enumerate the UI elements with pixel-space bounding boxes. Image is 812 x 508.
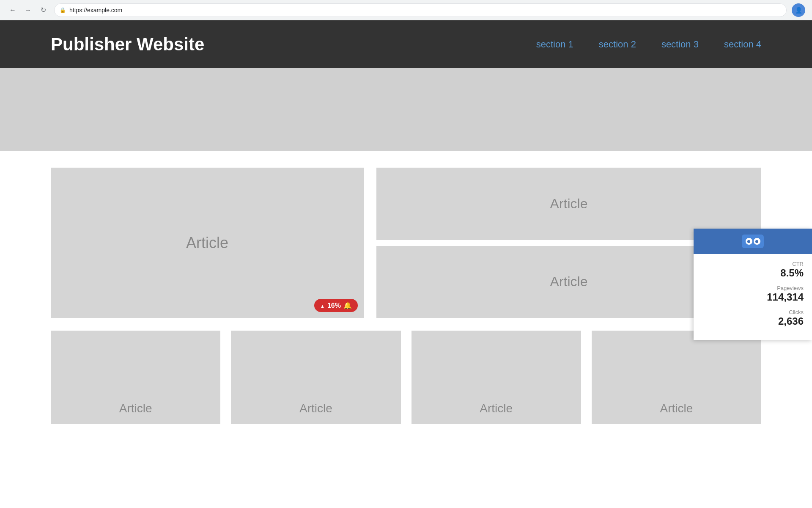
main-content: Article 16% 🔔 Article 16% 🔔 Article xyxy=(0,151,812,441)
hero-banner xyxy=(0,68,812,151)
article-bottom-right-label: Article xyxy=(550,274,588,290)
profile-avatar[interactable]: 👤 xyxy=(792,3,805,17)
article-bottom-4[interactable]: Article xyxy=(592,331,761,424)
oo-inner-left xyxy=(747,240,750,243)
article-bottom-4-label: Article xyxy=(660,402,693,415)
widget-header xyxy=(694,229,812,254)
article-top-right-label: Article xyxy=(550,196,588,212)
pageviews-label: Pageviews xyxy=(702,285,804,291)
bell-icon: 🔔 xyxy=(343,301,352,309)
pageviews-metric: Pageviews 114,314 xyxy=(702,285,804,303)
oo-circle-left xyxy=(746,238,752,245)
forward-button[interactable]: → xyxy=(22,4,34,16)
profile-icon-symbol: 👤 xyxy=(795,7,802,14)
browser-chrome: ← → ↻ 🔒 https://example.com 👤 xyxy=(0,0,812,20)
article-bottom-2-label: Article xyxy=(299,402,332,415)
ctr-label: CTR xyxy=(702,261,804,267)
clicks-metric: Clicks 2,636 xyxy=(702,309,804,327)
oo-circle-right xyxy=(754,238,760,245)
article-large-badge: 16% 🔔 xyxy=(314,299,358,312)
nav-section1[interactable]: section 1 xyxy=(536,39,573,50)
article-grid-bottom: Article Article Article Article xyxy=(51,331,761,424)
nav-section2[interactable]: section 2 xyxy=(599,39,636,50)
back-button[interactable]: ← xyxy=(7,4,19,16)
pageviews-value: 114,314 xyxy=(702,291,804,303)
analytics-widget: CTR 8.5% Pageviews 114,314 Clicks 2,636 xyxy=(694,229,812,340)
url-text: https://example.com xyxy=(69,7,122,14)
nav-section3[interactable]: section 3 xyxy=(661,39,699,50)
clicks-label: Clicks xyxy=(702,309,804,315)
site-header: Publisher Website section 1 section 2 se… xyxy=(0,20,812,68)
large-badge-value: 16% xyxy=(327,302,341,309)
oo-inner-right xyxy=(755,240,758,243)
widget-logo xyxy=(742,235,764,248)
article-bottom-1[interactable]: Article xyxy=(51,331,220,424)
ctr-metric: CTR 8.5% xyxy=(702,261,804,279)
article-bottom-3[interactable]: Article xyxy=(411,331,581,424)
article-large-label: Article xyxy=(186,234,228,252)
article-large[interactable]: Article 16% 🔔 xyxy=(51,168,364,318)
widget-body: CTR 8.5% Pageviews 114,314 Clicks 2,636 xyxy=(694,254,812,340)
site-nav: section 1 section 2 section 3 section 4 xyxy=(536,39,761,50)
lock-icon: 🔒 xyxy=(60,7,66,13)
ctr-value: 8.5% xyxy=(702,267,804,279)
oo-brand-icon xyxy=(746,238,760,245)
browser-nav-buttons: ← → ↻ xyxy=(7,4,49,16)
site-title: Publisher Website xyxy=(51,34,536,55)
clicks-value: 2,636 xyxy=(702,315,804,327)
article-bottom-2[interactable]: Article xyxy=(231,331,401,424)
arrow-up-icon xyxy=(320,302,325,309)
article-bottom-3-label: Article xyxy=(480,402,513,415)
address-bar[interactable]: 🔒 https://example.com xyxy=(54,3,787,17)
nav-section4[interactable]: section 4 xyxy=(724,39,761,50)
article-bottom-1-label: Article xyxy=(119,402,152,415)
article-grid-top: Article 16% 🔔 Article 16% 🔔 Article xyxy=(51,168,761,318)
reload-button[interactable]: ↻ xyxy=(37,4,49,16)
